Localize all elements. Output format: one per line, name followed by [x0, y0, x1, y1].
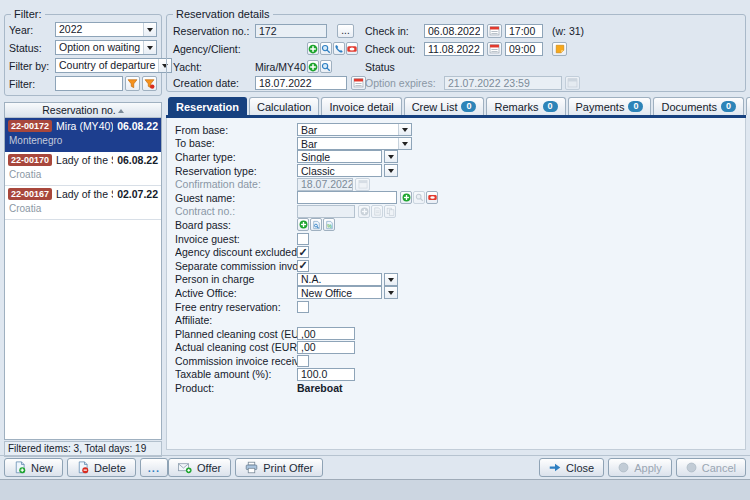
separate-commission-checkbox[interactable]: [297, 260, 309, 272]
reservation-list-header[interactable]: Reservation no.: [5, 103, 161, 118]
from-base-select[interactable]: Bar: [297, 123, 412, 136]
planned-cleaning-input[interactable]: [297, 327, 355, 340]
board-pass-view-button[interactable]: [310, 218, 322, 231]
filter-input[interactable]: [55, 76, 123, 91]
charter-type-dropdown-button[interactable]: [384, 150, 398, 163]
charter-type-value: Single: [297, 150, 382, 163]
creation-date-label: Creation date:: [173, 77, 255, 89]
browse-reservation-button[interactable]: ...: [337, 24, 354, 38]
close-button[interactable]: Close: [539, 458, 604, 477]
person-in-charge-dropdown-button[interactable]: [384, 273, 398, 286]
check-in-date-field[interactable]: [424, 24, 484, 38]
taxable-amount-label: Taxable amount (%):: [175, 368, 297, 380]
apply-button: Apply: [608, 458, 672, 477]
to-base-select[interactable]: Bar: [297, 137, 412, 150]
search-yacht-button[interactable]: [320, 60, 332, 73]
status-select[interactable]: Option on waiting: [55, 40, 157, 55]
cancel-button: Cancel: [676, 458, 746, 477]
plus-icon: [360, 207, 369, 216]
plus-icon: [402, 193, 411, 202]
search-client-button[interactable]: [320, 42, 332, 55]
reservation-type-dropdown-button[interactable]: [384, 164, 398, 177]
contract-add-button: [358, 205, 370, 218]
search-icon: [321, 62, 331, 72]
check-out-date-field[interactable]: [424, 42, 484, 56]
funnel-clear-icon: [144, 78, 155, 89]
charter-type-label: Charter type:: [175, 151, 297, 163]
search-icon: [415, 193, 424, 202]
creation-date-field[interactable]: [255, 76, 347, 90]
planned-cleaning-label: Planned cleaning cost (EUR):: [175, 328, 297, 340]
yacht-name: Lady of the Sea (Gulet): [56, 188, 113, 200]
more-actions-button[interactable]: ...: [140, 458, 168, 477]
phone-icon: [334, 44, 344, 54]
calendar-icon: [489, 25, 500, 36]
active-office-dropdown-button[interactable]: [384, 286, 398, 299]
tab-todo-notes[interactable]: ToDo notes0/0: [746, 97, 750, 115]
call-client-button[interactable]: [333, 42, 345, 55]
cancel-icon: [686, 462, 697, 473]
list-item[interactable]: 22-00170 Lady of the Sea (Gulet) 06.08.2…: [5, 152, 161, 186]
check-out-label: Check out:: [365, 43, 421, 55]
add-client-button[interactable]: [307, 42, 319, 55]
crew-list-count-badge: 0: [461, 101, 476, 112]
crm-contact-button[interactable]: [346, 42, 358, 55]
filter-groupbox: Filter: Year: 2022 Status: Option on wai…: [4, 14, 162, 96]
reservation-number-badge: 22-00172: [8, 120, 52, 132]
check-in-calendar-button[interactable]: [487, 24, 502, 38]
guest-name-label: Guest name:: [175, 192, 297, 204]
remarks-count-badge: 0: [543, 101, 558, 112]
tab-documents[interactable]: Documents0: [653, 97, 744, 115]
board-pass-add-button[interactable]: [297, 218, 309, 231]
filter-by-select[interactable]: Country of departure: [55, 58, 172, 73]
filter-by-label: Filter by:: [9, 60, 53, 72]
actual-cleaning-input[interactable]: [297, 341, 355, 354]
year-select[interactable]: 2022: [55, 22, 157, 37]
agency-discount-checkbox[interactable]: [297, 246, 309, 258]
reservation-number-badge: 22-00170: [8, 154, 52, 166]
tab-crew-list[interactable]: Crew List0: [404, 97, 485, 115]
year-label: Year:: [9, 24, 53, 36]
product-label: Product:: [175, 382, 297, 394]
taxable-amount-input[interactable]: [297, 368, 355, 381]
print-offer-button[interactable]: Print Offer: [235, 458, 323, 477]
free-entry-checkbox[interactable]: [297, 301, 309, 313]
document-icon: [373, 207, 382, 216]
add-yacht-button[interactable]: [307, 60, 319, 73]
note-button[interactable]: [552, 42, 567, 56]
country-label: Croatia: [8, 203, 158, 214]
new-button[interactable]: New: [4, 458, 63, 477]
apply-filter-button[interactable]: [125, 76, 140, 91]
offer-button[interactable]: Offer: [168, 458, 231, 477]
tab-invoice-detail[interactable]: Invoice detail: [321, 97, 401, 115]
agency-discount-label: Agency discount excluded from...: [175, 246, 297, 258]
contact-card-icon: [428, 193, 437, 202]
delete-button[interactable]: Delete: [67, 458, 136, 477]
add-guest-button[interactable]: [400, 191, 412, 204]
clear-filter-button[interactable]: [142, 76, 157, 91]
reservation-details-panel: Reservation details Reservation no.: ...…: [166, 10, 746, 480]
list-item[interactable]: 22-00167 Lady of the Sea (Gulet) 02.07.2…: [5, 186, 161, 220]
person-in-charge-label: Person in charge: [175, 273, 297, 285]
reservation-no-field[interactable]: [255, 24, 327, 38]
board-pass-discount-button[interactable]: %: [323, 218, 335, 231]
check-out-time-field[interactable]: [505, 42, 543, 56]
guest-name-input[interactable]: [297, 191, 397, 204]
search-guest-button: [413, 191, 425, 204]
contract-edit-button: [371, 205, 383, 218]
reservation-date: 02.07.22: [117, 188, 158, 200]
guest-crm-button[interactable]: [426, 191, 438, 204]
creation-date-calendar-button[interactable]: [351, 76, 366, 90]
plus-icon: [299, 220, 308, 229]
commission-received-checkbox[interactable]: [297, 355, 309, 367]
check-in-time-field[interactable]: [505, 24, 543, 38]
invoice-guest-checkbox[interactable]: [297, 233, 309, 245]
tab-remarks[interactable]: Remarks0: [486, 97, 565, 115]
tab-calculation[interactable]: Calculation: [249, 97, 319, 115]
confirmation-date-value: 18.07.2022: [297, 178, 353, 191]
tab-payments[interactable]: Payments0: [568, 97, 652, 115]
check-out-calendar-button[interactable]: [487, 42, 502, 56]
list-item[interactable]: 22-00172 Mira (MY40) 06.08.22 Montenegro: [5, 118, 161, 152]
tab-reservation[interactable]: Reservation: [168, 97, 247, 115]
filter-groupbox-legend: Filter:: [11, 8, 45, 21]
